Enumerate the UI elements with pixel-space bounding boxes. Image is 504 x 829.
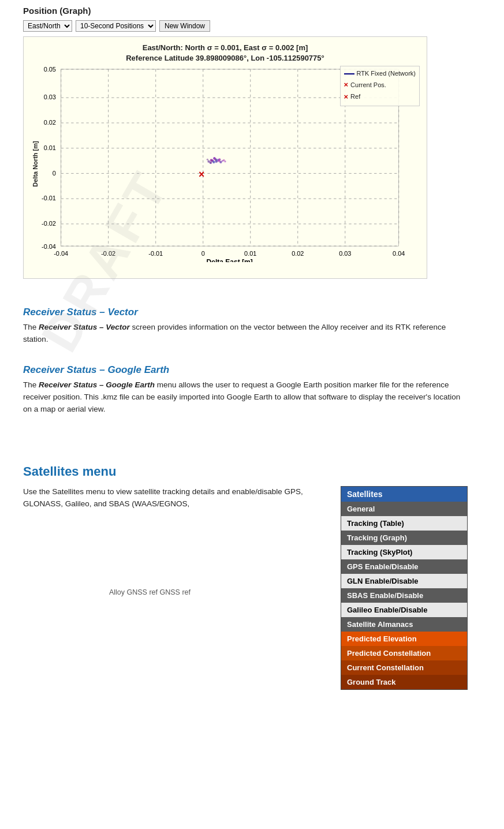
satellites-bottom-caption: Alloy GNSS ref GNSS ref (23, 587, 329, 598)
graph-title-line2: Reference Latitude 39.898009086°, Lon -1… (29, 53, 421, 64)
menu-item-predicted-constellation[interactable]: Predicted Constellation (341, 646, 467, 660)
position-graph-section: Position (Graph) East/North 10-Second Po… (23, 6, 481, 279)
legend-rtk: RTK Fixed (Network) (344, 69, 416, 79)
svg-point-49 (207, 159, 208, 160)
graph-legend: RTK Fixed (Network) × Current Pos. × Ref (340, 66, 420, 106)
svg-text:-0.04: -0.04 (54, 250, 68, 257)
svg-point-48 (224, 160, 226, 162)
menu-item-tracking-graph[interactable]: Tracking (Graph) (341, 531, 467, 545)
svg-text:0.02: 0.02 (292, 250, 304, 257)
menu-item-galileo-enable[interactable]: Galileo Enable/Disable (341, 603, 467, 617)
position-graph-title: Position (Graph) (23, 6, 481, 16)
svg-text:-0.04: -0.04 (42, 243, 56, 250)
svg-text:0.01: 0.01 (44, 144, 56, 151)
svg-text:0.03: 0.03 (339, 250, 351, 257)
svg-point-37 (210, 159, 212, 162)
legend-rtk-label: RTK Fixed (Network) (357, 69, 416, 79)
satellites-body: Use the Satellites menu to view satellit… (23, 486, 481, 690)
svg-text:0.03: 0.03 (44, 94, 56, 101)
menu-item-current-constellation[interactable]: Current Constellation (341, 660, 467, 675)
graph-title-line1: East/North: North σ = 0.001, East σ = 0.… (29, 43, 421, 53)
menu-item-gps-enable[interactable]: GPS Enable/Disable (341, 559, 467, 574)
svg-point-45 (219, 161, 222, 163)
svg-text:0.05: 0.05 (44, 66, 56, 73)
legend-ref: × Ref (344, 91, 416, 103)
menu-item-predicted-elevation[interactable]: Predicted Elevation (341, 632, 467, 646)
svg-point-36 (212, 161, 215, 163)
svg-point-43 (218, 159, 221, 161)
svg-text:-0.02: -0.02 (42, 221, 56, 227)
google-earth-italic: Receiver Status – Google Earth (39, 380, 155, 389)
svg-text:-0.01: -0.01 (42, 195, 56, 202)
new-window-button[interactable]: New Window (159, 20, 210, 32)
satellites-text-col: Use the Satellites menu to view satellit… (23, 486, 329, 599)
receiver-status-google-earth-heading: Receiver Status – Google Earth (23, 364, 481, 376)
satellites-description: Use the Satellites menu to view satellit… (23, 486, 329, 510)
receiver-status-vector-section: Receiver Status – Vector The Receiver St… (23, 307, 481, 346)
legend-ref-label: Ref (350, 92, 360, 102)
svg-text:0.02: 0.02 (44, 120, 56, 126)
svg-text:0.01: 0.01 (244, 250, 256, 257)
legend-current-pos-label: Current Pos. (350, 80, 386, 91)
svg-point-44 (207, 160, 210, 163)
graph-area: Delta North [m] (29, 66, 421, 262)
legend-current-pos: × Current Pos. (344, 79, 416, 91)
y-axis-label: Delta North [m] (32, 141, 39, 187)
graph-interval-dropdown[interactable]: 10-Second Positions (76, 20, 156, 32)
menu-item-gln-enable[interactable]: GLN Enable/Disable (341, 574, 467, 588)
svg-text:Delta East [m]: Delta East [m] (207, 258, 253, 262)
menu-item-ground-track[interactable]: Ground Track (341, 675, 467, 689)
receiver-status-google-earth-text: The Receiver Status – Google Earth menu … (23, 379, 462, 416)
svg-point-39 (213, 157, 215, 159)
satellites-menu-section: Satellites menu Use the Satellites menu … (23, 464, 481, 690)
graph-controls: East/North 10-Second Positions New Windo… (23, 20, 481, 32)
graph-title: East/North: North σ = 0.001, East σ = 0.… (29, 43, 421, 64)
svg-text:×: × (199, 169, 204, 180)
satellites-menu-heading: Satellites menu (23, 464, 481, 479)
satellites-menu: Satellites General Tracking (Table) Trac… (341, 486, 468, 690)
svg-text:-0.01: -0.01 (148, 250, 163, 257)
receiver-status-vector-italic: Receiver Status – Vector (39, 323, 130, 331)
svg-text:0.04: 0.04 (393, 250, 405, 257)
svg-text:0: 0 (53, 170, 56, 177)
receiver-status-vector-text: The Receiver Status – Vector screen prov… (23, 322, 462, 346)
menu-item-tracking-skyplot[interactable]: Tracking (SkyPlot) (341, 545, 467, 559)
graph-box: East/North: North σ = 0.001, East σ = 0.… (23, 36, 427, 279)
receiver-status-vector-heading: Receiver Status – Vector (23, 307, 481, 318)
menu-item-tracking-table[interactable]: Tracking (Table) (341, 516, 467, 531)
svg-text:-0.02: -0.02 (101, 250, 115, 257)
receiver-status-google-earth-section: Receiver Status – Google Earth The Recei… (23, 364, 481, 416)
menu-header: Satellites (341, 487, 467, 502)
menu-item-sbas-enable[interactable]: SBAS Enable/Disable (341, 588, 467, 603)
svg-text:0: 0 (201, 250, 205, 257)
graph-type-dropdown[interactable]: East/North (23, 20, 72, 32)
menu-item-satellite-almanacs[interactable]: Satellite Almanacs (341, 617, 467, 632)
menu-item-general[interactable]: General (341, 502, 467, 516)
